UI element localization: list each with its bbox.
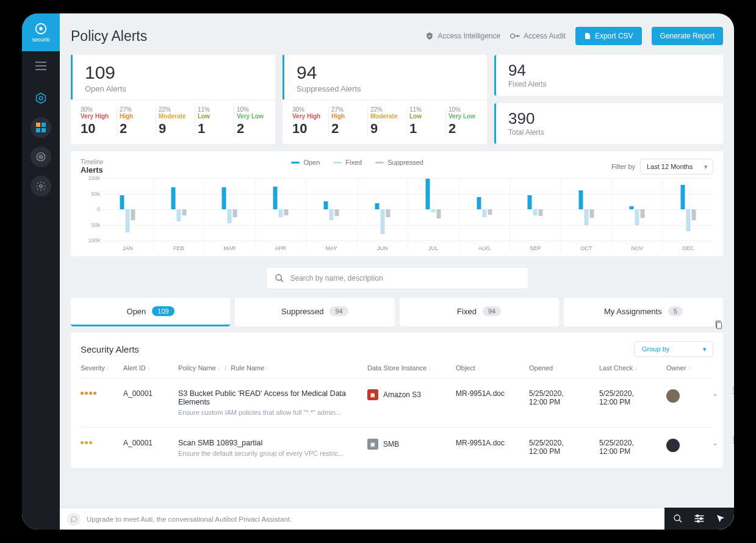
last-check-cell: 5/25/2020,12:00 PM [599, 389, 666, 406]
svg-line-20 [281, 279, 283, 282]
svg-line-23 [679, 520, 682, 522]
legend-item: Suppressed [375, 159, 423, 166]
month-column: DEC [663, 178, 714, 251]
chat-icon[interactable] [67, 512, 81, 526]
copy-icon[interactable] [715, 320, 723, 332]
timeline-chart: 100k50k050k100k JANFEBMARAPRMAYJUNJULAUG… [81, 178, 713, 251]
nav-dashboard-icon[interactable] [31, 117, 51, 138]
nav-target-icon[interactable] [31, 146, 51, 167]
col-object[interactable]: Object↓ [456, 364, 529, 372]
filter-label: Filter by [611, 163, 635, 170]
open-alerts-value: 109 [85, 63, 263, 82]
tab-open[interactable]: Open109 [71, 298, 230, 326]
col-last-check[interactable]: Last Check↓ [599, 364, 666, 372]
svg-point-22 [674, 515, 680, 520]
svg-rect-21 [717, 322, 722, 328]
row-kebab-icon[interactable] [727, 389, 734, 392]
fixed-alerts-value: 94 [508, 62, 711, 78]
svg-point-15 [511, 34, 515, 38]
nav-gear-icon[interactable] [31, 176, 51, 196]
severity-dots [81, 389, 123, 395]
svg-point-19 [276, 275, 281, 280]
svg-point-6 [39, 96, 43, 100]
nav-hexagon-icon[interactable] [31, 88, 51, 109]
search-input[interactable]: Search by name, description [266, 267, 528, 289]
owner-cell [666, 389, 703, 403]
svg-rect-7 [36, 123, 40, 127]
table-title: Security Alerts [81, 344, 139, 354]
suppressed-alerts-card: 94 Suppressed Alerts 30%Very High1027%Hi… [283, 55, 487, 144]
chevron-down-icon: ▾ [703, 345, 707, 353]
opened-cell: 5/25/2020,12:00 PM [529, 389, 599, 406]
svg-rect-10 [41, 128, 46, 132]
row-kebab-icon[interactable] [727, 439, 734, 442]
expand-row-icon[interactable]: ⌄ [703, 389, 727, 398]
fixed-alerts-label: Fixed Alerts [508, 80, 711, 88]
svg-point-1 [39, 27, 43, 31]
alerts-table-card: Security Alerts Group by ▾ Severity↓ Ale… [71, 333, 723, 468]
svg-point-27 [697, 515, 699, 517]
brand-logo[interactable]: securiti [22, 13, 60, 51]
timeline-subtitle: Timeline [81, 159, 103, 165]
open-alerts-label: Open Alerts [85, 84, 263, 93]
svg-point-13 [40, 156, 41, 157]
alert-id: A_00001 [123, 389, 178, 398]
page-header: Policy Alerts Access Intelligence Access… [71, 13, 723, 50]
export-csv-button[interactable]: Export CSV [575, 27, 642, 45]
month-column: MAY [306, 178, 357, 251]
open-alerts-card: 109 Open Alerts 30%Very High1027%High222… [71, 55, 275, 144]
severity-dots [81, 439, 123, 444]
tab-fixed[interactable]: Fixed94 [400, 298, 559, 326]
dev-tools-bar [664, 508, 734, 530]
svg-rect-9 [36, 128, 40, 132]
svg-point-29 [697, 520, 699, 522]
svg-point-28 [700, 518, 702, 520]
severity-cell: 30%Very High10 [78, 106, 117, 137]
severity-cell: 27%High2 [328, 106, 367, 137]
month-column: JUL [408, 178, 459, 251]
tab-my-assignments[interactable]: My Assignments5 [564, 298, 723, 326]
access-intelligence-link[interactable]: Access Intelligence [425, 32, 500, 40]
footer-text: Upgrade to meet Auti, the conversational… [87, 516, 292, 523]
month-column: APR [255, 178, 306, 251]
generate-report-button[interactable]: Generate Report [652, 27, 723, 45]
search-icon[interactable] [673, 514, 683, 523]
svg-marker-5 [37, 93, 46, 104]
col-opened[interactable]: Opened↓ [529, 364, 599, 372]
policy-cell: S3 Bucket Public 'READ' Access for Medic… [178, 389, 367, 416]
group-by-select[interactable]: Group by ▾ [634, 341, 713, 357]
col-policy[interactable]: Policy Name↓/Rule Name↓ [178, 364, 367, 372]
sliders-icon[interactable] [694, 514, 705, 523]
cursor-icon[interactable] [716, 514, 725, 523]
legend-item: Fixed [333, 159, 362, 166]
severity-cell: 22%Moderate9 [367, 106, 406, 137]
brand-name: securiti [32, 37, 50, 43]
timeline-chart-card: Timeline Alerts OpenFixedSuppressed Filt… [71, 151, 723, 256]
timeline-title: Alerts [81, 165, 103, 174]
access-audit-link[interactable]: Access Audit [510, 32, 566, 40]
month-column: OCT [561, 178, 612, 251]
table-row[interactable]: A_00001 S3 Bucket Public 'READ' Access f… [81, 378, 713, 427]
alert-id: A_00001 [123, 439, 178, 447]
severity-cell: 22%Moderate9 [156, 106, 195, 137]
severity-cell: 10%Very Low2 [445, 106, 484, 137]
month-column: NOV [611, 178, 663, 251]
last-check-cell: 5/25/2020,12:00 PM [599, 439, 666, 456]
col-owner[interactable]: Owner↓ [666, 364, 703, 372]
owner-cell [666, 439, 703, 452]
table-row[interactable]: A_00001 Scan SMB 10893_partialEnsure the… [81, 427, 713, 468]
col-data-store[interactable]: Data Store Instance↓ [367, 364, 456, 372]
timeline-filter-select[interactable]: Last 12 Months ▾ [640, 159, 713, 174]
policy-cell: Scan SMB 10893_partialEnsure the default… [178, 439, 367, 457]
expand-row-icon[interactable]: ⌄ [703, 439, 727, 447]
data-store-cell: ▣SMB [367, 439, 456, 450]
month-column: MAR [204, 178, 255, 251]
col-alert-id[interactable]: Alert ID↓ [123, 364, 178, 372]
total-alerts-value: 390 [508, 110, 711, 126]
hamburger-menu-icon[interactable] [22, 51, 60, 81]
severity-cell: 27%High2 [117, 106, 156, 137]
tab-suppressed[interactable]: Suppressed94 [235, 298, 394, 326]
suppressed-alerts-value: 94 [297, 63, 475, 82]
month-column: JUN [357, 178, 408, 251]
col-severity[interactable]: Severity↓ [81, 364, 123, 372]
